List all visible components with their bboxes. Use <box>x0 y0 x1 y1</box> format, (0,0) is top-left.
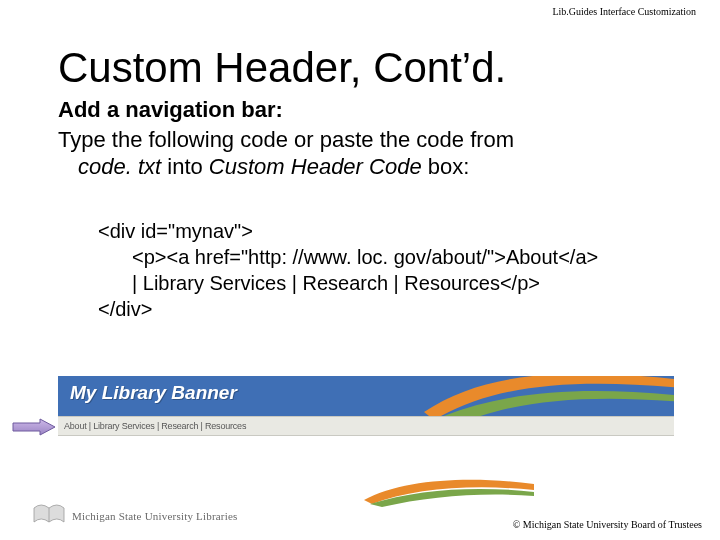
banner-title: My Library Banner <box>70 382 237 404</box>
footer-logo: Michigan State University Libraries <box>32 490 452 526</box>
slide: Lib.Guides Interface Customization Custo… <box>0 0 720 540</box>
org-name: Michigan State University Libraries <box>72 510 238 522</box>
instruction-part1: Type the following code or paste the cod… <box>58 127 514 152</box>
nav-strip: About | Library Services | Research | Re… <box>58 416 674 436</box>
callout-arrow-icon <box>12 418 56 436</box>
code-line-2: <p><a href="http: //www. loc. gov/about/… <box>98 244 680 270</box>
code-line-3: | Library Services | Research | Resource… <box>98 270 680 296</box>
instruction-end: box: <box>422 154 470 179</box>
context-label: Lib.Guides Interface Customization <box>552 6 696 17</box>
code-line-4: </div> <box>98 296 680 322</box>
banner-preview: My Library Banner About | Library Servic… <box>58 376 674 436</box>
subheading: Add a navigation bar: <box>58 96 680 124</box>
code-sample: <div id="mynav"> <p><a href="http: //www… <box>98 218 680 322</box>
filename: code. txt <box>78 154 161 179</box>
swoosh-icon <box>424 376 674 416</box>
target-box-name: Custom Header Code <box>209 154 422 179</box>
slide-title: Custom Header, Cont’d. <box>58 44 506 92</box>
instruction-mid: into <box>161 154 209 179</box>
book-icon <box>32 500 66 528</box>
copyright: © Michigan State University Board of Tru… <box>513 519 702 530</box>
instruction-line: Type the following code or paste the cod… <box>58 126 680 181</box>
body-text: Add a navigation bar: Type the following… <box>58 96 680 181</box>
banner-bar: My Library Banner <box>58 376 674 416</box>
code-line-1: <div id="mynav"> <box>98 218 680 244</box>
